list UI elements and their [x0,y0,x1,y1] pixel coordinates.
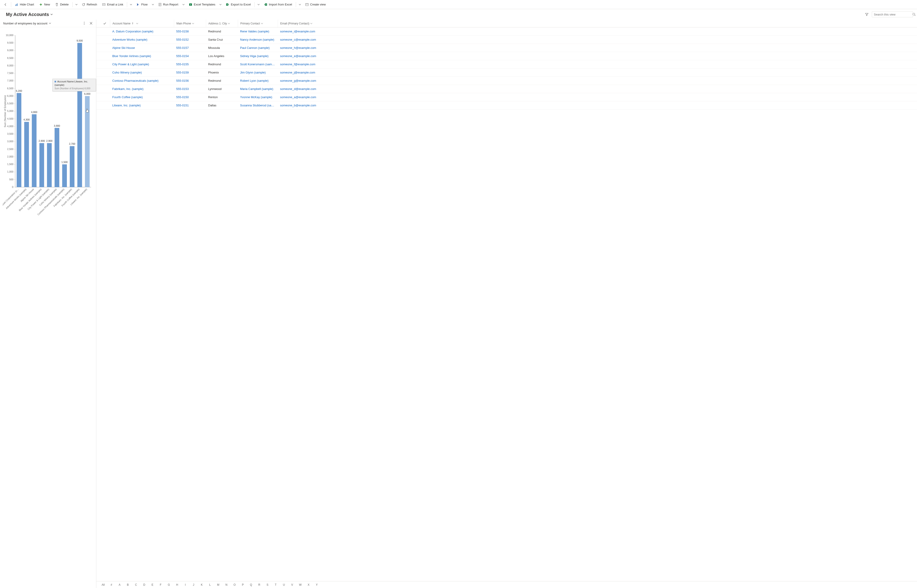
refresh-button[interactable]: Refresh [79,1,100,8]
alpha-n[interactable]: N [223,583,230,586]
cell-email[interactable]: someone_d@example.com [278,87,917,90]
alpha-r[interactable]: R [256,583,263,586]
select-all-column[interactable] [100,22,110,25]
table-row[interactable]: Alpine Ski House555-0157MissoulaPaul Can… [96,44,917,52]
alpha-k[interactable]: K [198,583,205,586]
chart-bar[interactable] [32,115,37,187]
cell-primary-contact[interactable]: Scott Konersmann (sample) [238,63,278,66]
cell-main-phone[interactable]: 555-0159 [174,71,206,74]
alpha-b[interactable]: B [124,583,131,586]
cell-primary-contact[interactable]: Jim Glynn (sample) [238,71,278,74]
cell-primary-contact[interactable]: Yvonne McKay (sample) [238,95,278,99]
chart-bar[interactable] [47,143,52,187]
cell-email[interactable]: someone_j@example.com [278,71,917,74]
alpha-m[interactable]: M [215,583,222,586]
alpha-w[interactable]: W [297,583,304,586]
cell-account-name[interactable]: Contoso Pharmaceuticals (sample) [110,79,174,82]
cell-account-name[interactable]: A. Datum Corporation (sample) [110,30,174,33]
alpha-#[interactable]: # [108,583,115,586]
chart-bar[interactable] [62,164,67,187]
bar-chart[interactable]: 05001,0001,5002,0002,5003,0003,5004,0004… [3,31,94,581]
import-excel-button[interactable]: X Import from Excel [262,1,294,8]
cell-email[interactable]: someone_f@example.com [278,63,917,66]
cell-primary-contact[interactable]: Paul Cannon (sample) [238,46,278,50]
alpha-h[interactable]: H [173,583,181,586]
excel-templates-button[interactable]: X Excel Templates [186,1,218,8]
cell-main-phone[interactable]: 555-0158 [174,30,206,33]
cell-primary-contact[interactable]: Maria Campbell (sample) [238,87,278,90]
table-row[interactable]: Fabrikam, Inc. (sample)555-0153LynnwoodM… [96,85,917,93]
cell-email[interactable]: someone_a@example.com [278,95,917,99]
alpha-c[interactable]: C [132,583,140,586]
cell-primary-contact[interactable]: Sidney Higa (sample) [238,54,278,58]
cell-main-phone[interactable]: 555-0151 [174,103,206,107]
alpha-s[interactable]: S [264,583,271,586]
table-row[interactable]: City Power & Light (sample)555-0155Redmo… [96,60,917,68]
more-icon[interactable] [82,21,86,25]
cell-main-phone[interactable]: 555-0154 [174,54,206,58]
table-row[interactable]: Adventure Works (sample)555-0152Santa Cr… [96,36,917,44]
close-icon[interactable] [89,21,93,25]
cell-main-phone[interactable]: 555-0155 [174,63,206,66]
chart-bar[interactable] [55,128,59,187]
chart-bar[interactable] [70,146,74,187]
alpha-f[interactable]: F [157,583,164,586]
back-button[interactable] [2,1,10,8]
table-row[interactable]: Contoso Pharmaceuticals (sample)555-0156… [96,77,917,85]
import-excel-dropdown[interactable] [297,1,302,8]
flow-button[interactable]: Flow [134,1,150,8]
run-report-button[interactable]: Run Report [156,1,181,8]
alpha-x[interactable]: X [305,583,312,586]
alpha-j[interactable]: J [190,583,197,586]
cell-account-name[interactable]: Litware, Inc. (sample) [110,103,174,107]
excel-templates-dropdown[interactable] [218,1,223,8]
search-box[interactable] [872,11,913,17]
alpha-u[interactable]: U [280,583,287,586]
cell-account-name[interactable]: Coho Winery (sample) [110,71,174,74]
alpha-q[interactable]: Q [247,583,255,586]
cell-primary-contact[interactable]: Susanna Stubberod (sample) [238,103,278,107]
alpha-p[interactable]: P [239,583,247,586]
cell-primary-contact[interactable]: Nancy Anderson (sample) [238,38,278,41]
table-row[interactable]: Litware, Inc. (sample)555-0151DallasSusa… [96,101,917,110]
table-row[interactable]: Coho Winery (sample)555-0159PhoenixJim G… [96,68,917,77]
email-link-button[interactable]: Email a Link [100,1,126,8]
hide-chart-button[interactable]: Hide Chart [13,1,36,8]
alpha-o[interactable]: O [231,583,238,586]
cell-account-name[interactable]: Adventure Works (sample) [110,38,174,41]
cell-email[interactable]: someone_g@example.com [278,79,917,82]
create-view-button[interactable]: Create view [303,1,328,8]
cell-account-name[interactable]: Fourth Coffee (sample) [110,95,174,99]
chart-bar[interactable] [77,43,82,187]
cell-email[interactable]: someone_e@example.com [278,54,917,58]
cell-account-name[interactable]: Fabrikam, Inc. (sample) [110,87,174,90]
column-primary-contact[interactable]: Primary Contact [238,19,278,27]
cell-main-phone[interactable]: 555-0150 [174,95,206,99]
cell-primary-contact[interactable]: Robert Lyon (sample) [238,79,278,82]
alpha-v[interactable]: V [289,583,296,586]
table-row[interactable]: A. Datum Corporation (sample)555-0158Red… [96,27,917,36]
view-selector[interactable]: My Active Accounts [6,12,53,17]
delete-button[interactable]: Delete [53,1,71,8]
export-excel-dropdown[interactable] [256,1,261,8]
cell-main-phone[interactable]: 555-0157 [174,46,206,50]
column-main-phone[interactable]: Main Phone [174,19,206,27]
run-report-dropdown[interactable] [181,1,186,8]
cell-primary-contact[interactable]: Rene Valdes (sample) [238,30,278,33]
column-city[interactable]: Address 1: City [206,19,238,27]
chart-bar[interactable] [39,143,44,187]
email-link-dropdown[interactable] [129,1,134,8]
chart-selector[interactable]: Number of employees by account [3,22,51,25]
chart-bar[interactable] [24,122,29,187]
alpha-y[interactable]: Y [313,583,320,586]
cell-email[interactable]: someone_i@example.com [278,30,917,33]
table-row[interactable]: Blue Yonder Airlines (sample)555-0154Los… [96,52,917,60]
cell-main-phone[interactable]: 555-0156 [174,79,206,82]
grid-body[interactable]: A. Datum Corporation (sample)555-0158Red… [96,27,917,581]
cell-email[interactable]: someone_b@example.com [278,103,917,107]
cell-account-name[interactable]: Alpine Ski House [110,46,174,50]
alpha-i[interactable]: I [182,583,189,586]
export-excel-button[interactable]: X Export to Excel [223,1,253,8]
alpha-l[interactable]: L [206,583,214,586]
cell-email[interactable]: someone_c@example.com [278,38,917,41]
